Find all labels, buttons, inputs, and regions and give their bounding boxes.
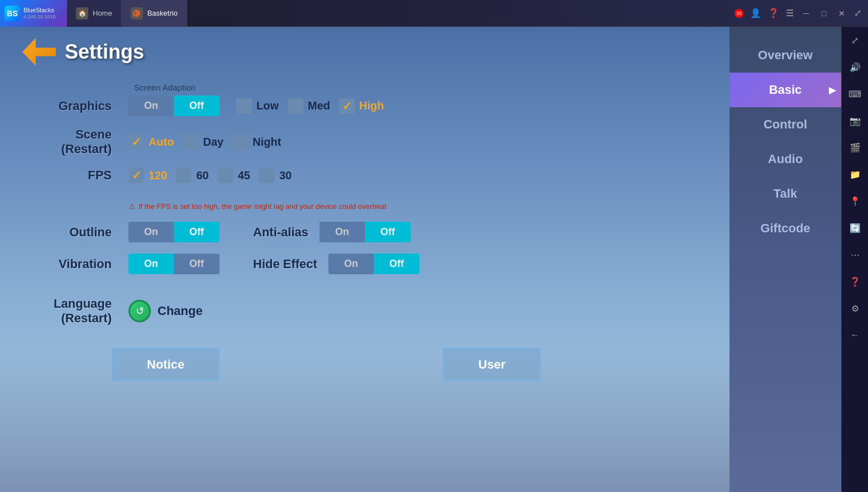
scene-night-label: Night <box>252 136 281 149</box>
tab-basketrio[interactable]: 🏀 Basketrio <box>122 0 187 27</box>
scene-day[interactable]: Day <box>183 134 224 150</box>
graphics-label: Graphics <box>22 99 112 113</box>
scene-auto-label: Auto <box>149 136 174 149</box>
antialias-on-button[interactable]: On <box>319 222 365 242</box>
settings-sidebar-icon[interactable]: ⚙ <box>846 299 864 317</box>
home-icon: 🏠 <box>76 7 88 20</box>
fps-45-checkbox[interactable] <box>218 168 233 183</box>
account-icon[interactable]: 👤 <box>750 8 761 18</box>
back-sidebar-icon[interactable]: ← <box>846 326 864 344</box>
volume-icon[interactable]: 🔊 <box>846 58 864 76</box>
record-icon[interactable]: 🎬 <box>846 138 864 156</box>
settings-body: Graphics On Off Low Me <box>22 95 707 326</box>
nav-giftcode[interactable]: Giftcode <box>729 211 841 246</box>
scene-row: Scene (Restart) Auto Day <box>22 127 707 156</box>
settings-header: Settings <box>22 38 707 66</box>
hide-effect-on-button[interactable]: On <box>328 254 374 274</box>
minimize-button[interactable]: ─ <box>800 8 812 19</box>
outline-off-button[interactable]: Off <box>174 222 220 242</box>
graphics-med-checkbox[interactable] <box>288 98 303 114</box>
settings-title: Settings <box>65 40 144 64</box>
fps-120-checkbox[interactable] <box>128 168 144 183</box>
graphics-high[interactable]: High <box>339 98 384 114</box>
scene-day-checkbox[interactable] <box>183 134 199 150</box>
basketrio-icon: 🏀 <box>131 7 143 20</box>
graphics-med[interactable]: Med <box>288 98 330 114</box>
graphics-on-button[interactable]: On <box>128 95 174 116</box>
antialias-off-button[interactable]: Off <box>365 222 411 242</box>
graphics-high-label: High <box>359 99 384 112</box>
app-name: BlueStacks <box>23 7 56 14</box>
fps-60-checkbox[interactable] <box>176 168 192 183</box>
language-change[interactable]: ↺ Change <box>128 300 203 322</box>
location-icon[interactable]: 📍 <box>846 192 864 210</box>
user-button[interactable]: User <box>443 348 541 381</box>
language-change-label[interactable]: Change <box>158 304 203 318</box>
scene-auto-checkbox[interactable] <box>128 134 144 150</box>
outline-on-button[interactable]: On <box>128 222 174 242</box>
fps-30-label: 30 <box>279 169 292 182</box>
scene-auto[interactable]: Auto <box>128 134 174 150</box>
nav-audio[interactable]: Audio <box>729 142 841 176</box>
expand-icon[interactable]: ⤢ <box>854 8 861 18</box>
language-label: Language (Restart) <box>22 297 112 326</box>
fps-60[interactable]: 60 <box>176 168 208 183</box>
tab-home-label: Home <box>93 9 112 17</box>
graphics-low-label: Low <box>256 99 279 112</box>
hide-effect-toggle: On Off <box>328 254 419 274</box>
nav-talk[interactable]: Talk <box>729 176 841 211</box>
nav-control[interactable]: Control <box>729 107 841 142</box>
content-wrapper: Settings Screen Adaption Graphics On Off <box>0 27 841 492</box>
antialias-toggle: On Off <box>319 222 411 242</box>
right-sidebar: ⤢ 🔊 ⌨ 📷 🎬 📁 📍 🔄 ⋯ ❓ ⚙ ← <box>841 27 868 492</box>
more-icon[interactable]: ⋯ <box>846 246 864 264</box>
scene-day-label: Day <box>203 136 224 149</box>
folder-icon[interactable]: 📁 <box>846 165 864 183</box>
vibration-off-button[interactable]: Off <box>174 254 220 274</box>
graphics-quality-options: Low Med High <box>236 98 384 114</box>
tab-basketrio-label: Basketrio <box>147 9 178 17</box>
hide-effect-off-button[interactable]: Off <box>374 254 419 274</box>
fps-30-checkbox[interactable] <box>259 168 275 183</box>
graphics-low[interactable]: Low <box>236 98 279 114</box>
fps-45[interactable]: 45 <box>218 168 250 183</box>
settings-panel: Settings Screen Adaption Graphics On Off <box>0 27 729 393</box>
fps-30[interactable]: 30 <box>259 168 292 183</box>
bluestacks-logo-icon: BS <box>4 6 20 21</box>
fps-45-label: 45 <box>238 169 250 182</box>
close-button[interactable]: ✕ <box>836 8 847 19</box>
main-layout: Settings Screen Adaption Graphics On Off <box>0 27 868 492</box>
outline-toggle: On Off <box>128 222 220 242</box>
back-button[interactable] <box>22 38 56 66</box>
notice-button[interactable]: Notice <box>112 348 220 381</box>
titlebar-controls: 30 👤 ❓ ☰ ─ □ ✕ ⤢ <box>728 8 868 19</box>
screenshot-icon[interactable]: 📷 <box>846 112 864 130</box>
graphics-off-button[interactable]: Off <box>174 95 220 116</box>
notification-badge[interactable]: 30 <box>735 9 743 18</box>
keyboard-icon[interactable]: ⌨ <box>846 85 864 103</box>
fps-warning-text: If the FPS is set too high, the game mig… <box>139 202 387 211</box>
rotate-icon[interactable]: 🔄 <box>846 219 864 237</box>
menu-icon[interactable]: ☰ <box>786 8 794 18</box>
app-version: 4.240.20.1016 <box>23 14 56 20</box>
hide-effect-section: Hide Effect On Off <box>253 254 419 274</box>
help-sidebar-icon[interactable]: ❓ <box>846 273 864 290</box>
antialias-label: Anti-alias <box>253 225 308 240</box>
vibration-hideeffect-row: Vibration On Off Hide Effect On Off <box>22 254 707 274</box>
language-icon: ↺ <box>128 300 151 322</box>
tab-home[interactable]: 🏠 Home <box>67 0 122 27</box>
scene-night[interactable]: Night <box>232 134 281 150</box>
help-icon[interactable]: ❓ <box>768 8 779 18</box>
vibration-on-button[interactable]: On <box>128 254 174 274</box>
nav-overview[interactable]: Overview <box>729 38 841 73</box>
fps-120[interactable]: 120 <box>128 168 167 183</box>
graphics-low-checkbox[interactable] <box>236 98 252 114</box>
scene-night-checkbox[interactable] <box>232 134 248 150</box>
fps-options: 120 60 45 <box>128 168 292 183</box>
warning-icon: ⚠ <box>128 202 135 211</box>
maximize-button[interactable]: □ <box>818 8 829 19</box>
scene-label: Scene (Restart) <box>22 127 112 156</box>
graphics-high-checkbox[interactable] <box>339 98 355 114</box>
expand-view-icon[interactable]: ⤢ <box>846 31 864 49</box>
nav-basic[interactable]: Basic <box>729 73 841 107</box>
